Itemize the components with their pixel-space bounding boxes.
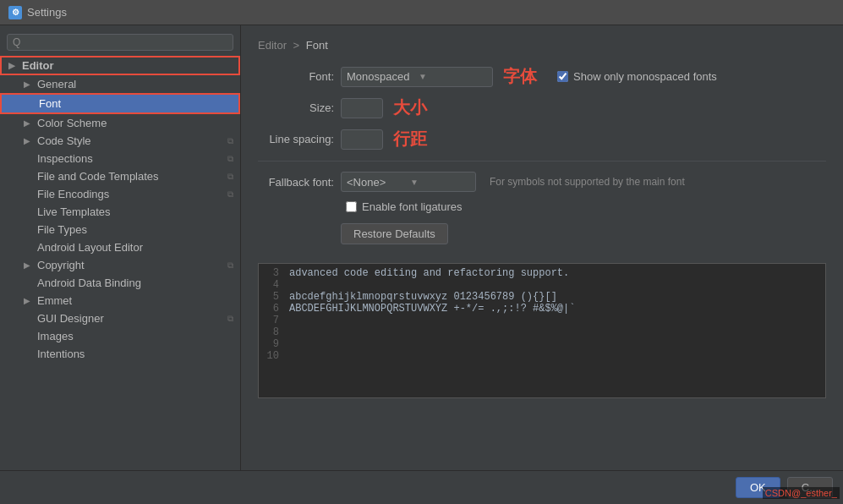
line-spacing-annotation: 行距 (393, 128, 427, 151)
divider-1 (258, 161, 826, 162)
search-icon: Q (13, 36, 20, 48)
sidebar-item-gui-designer[interactable]: ▶ GUI Designer ⧉ (0, 310, 240, 327)
bottom-bar: OK C... (0, 470, 843, 504)
sidebar-item-live-templates[interactable]: ▶ Live Templates (0, 203, 240, 221)
show-monospaced-checkbox[interactable] (557, 71, 568, 82)
code-line-8: 8 (265, 326, 818, 338)
sidebar-item-android-data[interactable]: ▶ Android Data Binding (0, 274, 240, 292)
font-label: Font: (258, 70, 334, 83)
breadcrumb-sep: > (293, 39, 303, 52)
editor-chevron: ▶ (8, 61, 19, 70)
sidebar-label-general: General (37, 78, 76, 90)
sidebar-label-images: Images (37, 330, 74, 342)
sidebar-label-editor: Editor (22, 59, 54, 72)
sidebar-item-copyright[interactable]: ▶ Copyright ⧉ (0, 256, 240, 274)
titlebar: ⚙ Settings (0, 0, 843, 25)
titlebar-title: Settings (27, 6, 67, 19)
search-input[interactable] (24, 36, 227, 48)
font-dropdown-arrow: ▼ (419, 72, 487, 81)
sidebar-item-inspections[interactable]: ▶ Inspections ⧉ (0, 150, 240, 167)
fallback-row: Fallback font: <None> ▼ For symbols not … (258, 172, 826, 192)
font-dropdown-value: Monospaced (347, 70, 415, 83)
sidebar-item-color-scheme[interactable]: ▶ Color Scheme (0, 114, 240, 132)
ligatures-checkbox[interactable] (346, 201, 357, 212)
sidebar-item-font[interactable]: ▶ Font (0, 93, 240, 114)
sidebar-item-general[interactable]: ▶ General (0, 75, 240, 93)
code-line-4: 4 (265, 279, 818, 291)
copyright-chevron: ▶ (24, 260, 34, 270)
font-row: Font: Monospaced ▼ 字体 Show only monospac… (258, 65, 826, 88)
restore-defaults-container: Restore Defaults (341, 223, 826, 255)
ligatures-row: Enable font ligatures (258, 200, 826, 213)
sidebar-item-file-encodings[interactable]: ▶ File Encodings ⧉ (0, 185, 240, 203)
breadcrumb-current: Font (306, 39, 328, 52)
fallback-label: Fallback font: (258, 176, 334, 189)
sidebar-label-android-layout: Android Layout Editor (37, 241, 143, 254)
font-annotation: 字体 (503, 65, 537, 88)
line-spacing-label: Line spacing: (258, 133, 334, 145)
settings-window: ⚙ Settings Q ▶ Editor ▶ General (0, 0, 843, 504)
sidebar-label-font: Font (39, 97, 61, 110)
size-label: Size: (258, 101, 334, 114)
sidebar-item-emmet[interactable]: ▶ Emmet (0, 292, 240, 310)
sidebar-item-file-code-templates[interactable]: ▶ File and Code Templates ⧉ (0, 167, 240, 185)
code-line-3: 3 advanced code editing and refactoring … (265, 267, 818, 279)
sidebar-label-color-scheme: Color Scheme (37, 117, 107, 129)
fallback-note: For symbols not supported by the main fo… (490, 176, 685, 188)
code-line-5: 5 abcdefghijklmnopqrstuvwxyz 0123456789 … (265, 291, 818, 303)
code-line-9: 9 (265, 338, 818, 350)
fallback-arrow: ▼ (410, 178, 470, 187)
sidebar-label-inspections: Inspections (37, 152, 93, 165)
code-style-copy-icon: ⧉ (227, 136, 233, 146)
file-encodings-copy-icon: ⧉ (227, 189, 233, 200)
gui-copy-icon: ⧉ (227, 314, 233, 324)
code-line-7: 7 (265, 315, 818, 326)
sidebar-label-live-templates: Live Templates (37, 205, 110, 218)
code-preview: 3 advanced code editing and refactoring … (258, 263, 826, 398)
file-templates-copy-icon: ⧉ (227, 172, 233, 182)
show-monospaced-row: Show only monospaced fonts (557, 70, 717, 83)
sidebar-label-intentions: Intentions (37, 348, 85, 360)
sidebar-label-file-code-templates: File and Code Templates (37, 170, 159, 183)
sidebar-label-file-types: File Types (37, 223, 87, 236)
sidebar-label-code-style: Code Style (37, 134, 91, 147)
line-spacing-input[interactable]: 1.0 (341, 129, 383, 150)
search-box[interactable]: Q (7, 34, 233, 51)
sidebar-label-file-encodings: File Encodings (37, 188, 109, 200)
fallback-dropdown[interactable]: <None> ▼ (341, 172, 476, 192)
general-chevron: ▶ (24, 79, 34, 89)
sidebar-item-intentions[interactable]: ▶ Intentions (0, 345, 240, 363)
code-style-chevron: ▶ (24, 136, 34, 145)
sidebar-label-gui-designer: GUI Designer (37, 312, 104, 325)
sidebar-item-file-types[interactable]: ▶ File Types (0, 221, 240, 238)
color-chevron: ▶ (24, 118, 34, 128)
size-row: Size: 12 大小 (258, 96, 826, 119)
emmet-chevron: ▶ (24, 296, 34, 305)
size-annotation: 大小 (393, 96, 427, 119)
sidebar-item-images[interactable]: ▶ Images (0, 327, 240, 345)
font-dropdown[interactable]: Monospaced ▼ (341, 67, 493, 87)
code-line-10: 10 (265, 350, 818, 362)
sidebar-label-emmet: Emmet (37, 294, 72, 307)
sidebar-label-android-data: Android Data Binding (37, 277, 141, 289)
line-spacing-row: Line spacing: 1.0 行距 (258, 128, 826, 151)
sidebar-item-android-layout[interactable]: ▶ Android Layout Editor (0, 238, 240, 256)
app-icon: ⚙ (8, 6, 22, 19)
main-panel: Editor > Font Font: Monospaced ▼ 字体 Show… (241, 25, 843, 470)
sidebar-label-copyright: Copyright (37, 259, 85, 271)
size-input[interactable]: 12 (341, 98, 383, 118)
breadcrumb-parent: Editor (258, 39, 287, 52)
fallback-dropdown-value: <None> (347, 176, 407, 189)
restore-defaults-button[interactable]: Restore Defaults (341, 223, 448, 244)
watermark: CSDN@_esther_ (763, 487, 840, 499)
inspections-copy-icon: ⧉ (227, 154, 233, 164)
ligatures-label: Enable font ligatures (362, 200, 463, 213)
sidebar-item-editor[interactable]: ▶ Editor (0, 56, 240, 75)
content-area: Q ▶ Editor ▶ General ▶ Font (0, 25, 843, 470)
show-monospaced-label: Show only monospaced fonts (573, 70, 717, 83)
sidebar: Q ▶ Editor ▶ General ▶ Font (0, 25, 241, 470)
copyright-copy-icon: ⧉ (227, 260, 233, 271)
breadcrumb: Editor > Font (258, 39, 826, 52)
sidebar-item-code-style[interactable]: ▶ Code Style ⧉ (0, 132, 240, 150)
code-line-6: 6 ABCDEFGHIJKLMNOPQRSTUVWXYZ +-*/= .,;:!… (265, 303, 818, 315)
